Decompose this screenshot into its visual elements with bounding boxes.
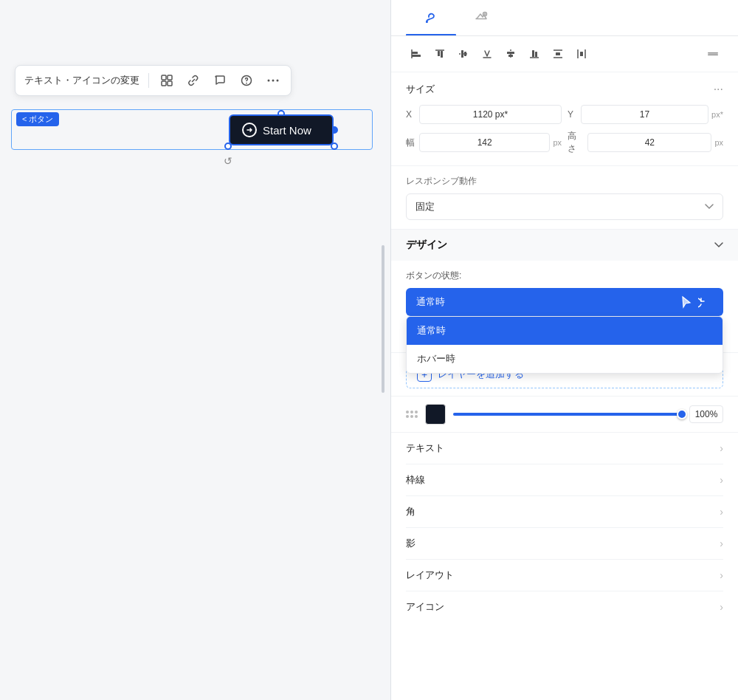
question-icon[interactable]: [238, 72, 255, 89]
rotate-handle[interactable]: ↺: [221, 154, 235, 168]
align-left-btn[interactable]: [406, 44, 427, 64]
property-border[interactable]: 枠線 ›: [406, 464, 723, 496]
opacity-slider-track[interactable]: [453, 413, 682, 416]
distribute-v-btn[interactable]: [548, 44, 568, 64]
svg-rect-32: [708, 55, 718, 56]
panel-tabs: [391, 0, 738, 36]
design-section-header[interactable]: デザイン: [391, 230, 738, 261]
width-input[interactable]: [419, 133, 550, 152]
size-more-btn[interactable]: ···: [714, 83, 723, 95]
cursor-icon: [679, 295, 694, 309]
property-border-arrow: ›: [720, 474, 723, 486]
dropdown-item-normal[interactable]: 通常時: [407, 317, 723, 345]
opacity-slider-fill: [453, 413, 682, 416]
button-text: Start Now: [263, 124, 311, 137]
align-center-v-btn[interactable]: [453, 44, 474, 64]
dot: [415, 415, 418, 418]
size-title: サイズ: [406, 83, 435, 96]
button-arrow-icon: [242, 123, 257, 137]
tab-animate[interactable]: [456, 0, 506, 35]
button-state-section: ボタンの状態: 通常時 通常時: [391, 261, 738, 325]
comment-icon[interactable]: [211, 72, 229, 89]
y-input[interactable]: [581, 105, 708, 124]
property-icon-arrow: ›: [720, 601, 723, 613]
x-input[interactable]: [419, 105, 562, 124]
drag-handle[interactable]: [406, 411, 418, 418]
svg-point-8: [426, 21, 428, 23]
align-bottom-btn[interactable]: [524, 44, 545, 64]
design-section-title: デザイン: [406, 239, 447, 252]
responsive-value: 固定: [415, 200, 435, 213]
toolbar-divider: [148, 73, 149, 88]
tab-design[interactable]: [406, 0, 456, 35]
svg-point-6: [272, 80, 275, 82]
responsive-label: レスポンシブ動作: [406, 175, 723, 188]
canvas-area: テキスト・アイコンの変更: [0, 0, 391, 700]
y-field-group: Y px*: [568, 105, 723, 124]
height-unit: px: [714, 138, 723, 147]
align-more-btn[interactable]: [703, 44, 723, 64]
align-top-btn[interactable]: [430, 44, 450, 64]
width-label: 幅: [406, 137, 416, 149]
height-input[interactable]: [587, 133, 711, 152]
element-toolbar: テキスト・アイコンの変更: [15, 65, 292, 96]
link-icon[interactable]: [184, 72, 202, 89]
svg-rect-3: [168, 81, 172, 86]
property-corner-label: 角: [406, 505, 415, 518]
property-text[interactable]: テキスト ›: [406, 433, 723, 464]
dropdown-right-actions: [679, 295, 713, 309]
svg-rect-0: [162, 75, 166, 80]
svg-rect-10: [412, 52, 418, 54]
opacity-slider-thumb[interactable]: [677, 409, 687, 419]
align-baseline-btn[interactable]: [477, 44, 497, 64]
align-toolbar: [391, 36, 738, 72]
chevron-down-icon: [705, 204, 714, 210]
property-icon[interactable]: アイコン ›: [406, 591, 723, 622]
dot: [415, 411, 418, 414]
y-unit: px*: [711, 110, 723, 119]
dropdown-selected[interactable]: 通常時: [406, 288, 723, 316]
property-icon-label: アイコン: [406, 600, 444, 614]
distribute-h-btn[interactable]: [571, 44, 592, 64]
property-border-label: 枠線: [406, 473, 425, 487]
canvas-button[interactable]: Start Now: [229, 114, 334, 145]
size-wh-row: 幅 px 高さ px: [406, 130, 723, 155]
property-rows: テキスト › 枠線 › 角 › 影 › レイアウト › アイコン ›: [391, 433, 738, 622]
opacity-input[interactable]: [689, 405, 723, 423]
align-center-h-btn[interactable]: [500, 44, 521, 64]
property-shadow[interactable]: 影 ›: [406, 528, 723, 560]
x-label: X: [406, 109, 416, 120]
svg-rect-2: [162, 81, 166, 86]
height-label: 高さ: [568, 130, 584, 155]
property-text-label: テキスト: [406, 442, 444, 455]
responsive-select[interactable]: 固定: [406, 193, 723, 220]
svg-rect-27: [556, 52, 560, 55]
property-shadow-arrow: ›: [720, 538, 723, 549]
undo-icon[interactable]: [698, 295, 713, 309]
design-chevron-icon: [714, 242, 723, 248]
canvas-scrollbar[interactable]: [382, 245, 384, 393]
size-section-header: サイズ ···: [406, 83, 723, 96]
opacity-slider-container: [453, 413, 682, 416]
x-field-group: X: [406, 105, 562, 124]
svg-point-7: [277, 80, 279, 82]
size-section: サイズ ··· X Y px* 幅 px 高さ px: [391, 72, 738, 166]
svg-rect-1: [168, 75, 172, 80]
svg-rect-23: [535, 52, 537, 57]
right-panel: サイズ ··· X Y px* 幅 px 高さ px: [391, 0, 738, 700]
more-icon[interactable]: [264, 72, 282, 89]
responsive-section: レスポンシブ動作 固定: [391, 166, 738, 230]
svg-point-5: [268, 80, 270, 82]
button-breadcrumb[interactable]: < ボタン: [16, 112, 59, 126]
size-xy-row: X Y px*: [406, 105, 723, 124]
property-corner[interactable]: 角 ›: [406, 496, 723, 528]
color-swatch[interactable]: [425, 404, 446, 425]
canvas-button-wrapper: Start Now ↺: [229, 114, 334, 145]
property-layout-label: レイアウト: [406, 569, 454, 582]
width-field-group: 幅 px: [406, 133, 562, 152]
selected-option-text: 通常時: [416, 295, 445, 309]
property-layout[interactable]: レイアウト ›: [406, 560, 723, 591]
grid-icon[interactable]: [158, 72, 176, 89]
property-text-arrow: ›: [720, 442, 723, 454]
dropdown-item-hover[interactable]: ホバー時: [407, 345, 723, 373]
